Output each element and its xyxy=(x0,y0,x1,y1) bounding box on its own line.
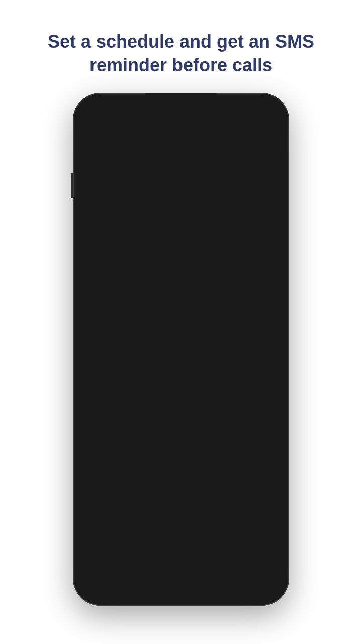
call-daily-item[interactable]: Daily xyxy=(147,225,178,236)
call-daily-checkbox[interactable] xyxy=(147,225,158,236)
day-tuesday[interactable]: T xyxy=(188,245,205,262)
camera-icon: 📷 xyxy=(100,165,116,181)
sync-label: Sync the schedule to my Calender xyxy=(109,389,216,397)
day-sunday[interactable]: S xyxy=(147,245,164,262)
status-on-value: 18th Aug - 2019 xyxy=(147,270,201,278)
schedule-card: 📷 Frequency : Once Repeat xyxy=(82,147,280,598)
frequency-once-label: Once xyxy=(161,207,179,216)
sync-checkbox[interactable] xyxy=(92,387,103,398)
sync-row[interactable]: Sync the schedule to my Calender xyxy=(92,387,270,398)
avatar[interactable]: 📷 xyxy=(92,157,124,189)
duration-row: Duration : 02:11 PM to. 02:41 PM xyxy=(92,303,270,311)
status-on-row: Status On : 18th Aug - 2019 xyxy=(92,270,270,278)
wifi-icon xyxy=(249,104,257,110)
frequency-repeat-item[interactable]: Repeat xyxy=(185,206,223,217)
status-on-label: Status On : xyxy=(92,270,147,278)
battery-icon xyxy=(260,104,271,110)
duration-value: 02:11 PM to. 02:41 PM xyxy=(147,303,224,311)
call-label: Call : xyxy=(92,226,147,235)
screen-title: Schedule your call xyxy=(104,118,202,131)
call-options: Daily Weekly xyxy=(147,225,222,236)
agenda-label: Agenda : xyxy=(92,319,270,328)
day-wednesday[interactable]: W xyxy=(208,245,225,262)
status-time: 9:41 xyxy=(91,103,105,111)
frequency-repeat-label: Repeat xyxy=(199,207,223,216)
repeat-row: Repeat : S M T W T F S xyxy=(92,245,270,262)
day-friday[interactable]: F xyxy=(248,245,265,262)
agenda-textarea[interactable] xyxy=(92,332,270,377)
page-title: Set a schedule and get an SMSreminder be… xyxy=(18,0,344,93)
call-weekly-label: Weekly xyxy=(197,226,222,235)
agenda-section: Agenda : xyxy=(92,319,270,387)
signal-icon xyxy=(237,103,246,110)
ends-on-label: Ends On : xyxy=(92,286,147,295)
frequency-once-checkbox[interactable] xyxy=(147,206,158,217)
info-text: grptalk will send an SMS invite to all m… xyxy=(92,407,270,417)
frequency-row: Frequency : Once Repeat xyxy=(92,206,270,217)
duration-label: Duration : xyxy=(92,303,147,311)
frequency-once-item[interactable]: Once xyxy=(147,206,179,217)
svg-point-0 xyxy=(252,109,253,110)
frequency-label: Frequency : xyxy=(92,207,147,216)
days-selector: S M T W T F S xyxy=(147,245,280,262)
day-thursday[interactable]: T xyxy=(228,245,245,262)
call-weekly-checkbox[interactable] xyxy=(183,225,194,236)
back-button[interactable]: ← xyxy=(87,118,98,131)
ends-on-value: 19th Aug - 2019 xyxy=(147,286,201,295)
ends-on-row: Ends On : 19th Aug - 2019 xyxy=(92,286,270,295)
day-monday[interactable]: M xyxy=(167,245,185,262)
call-daily-label: Daily xyxy=(161,226,178,235)
repeat-label: Repeat : xyxy=(92,249,147,257)
call-row: Call : Daily Weekly xyxy=(92,225,270,236)
call-weekly-item[interactable]: Weekly xyxy=(183,225,222,236)
phone-mockup: 9:41 ← Schedule your call xyxy=(73,93,289,606)
day-saturday[interactable]: S xyxy=(268,245,280,262)
phone-screen: 9:41 ← Schedule your call xyxy=(77,97,285,602)
status-icons xyxy=(237,103,271,110)
group-section: 📷 xyxy=(92,157,270,194)
frequency-options: Once Repeat xyxy=(147,206,223,217)
group-name-input[interactable] xyxy=(132,164,270,182)
done-button[interactable]: Done xyxy=(92,426,270,456)
frequency-repeat-checkbox[interactable] xyxy=(185,206,196,217)
